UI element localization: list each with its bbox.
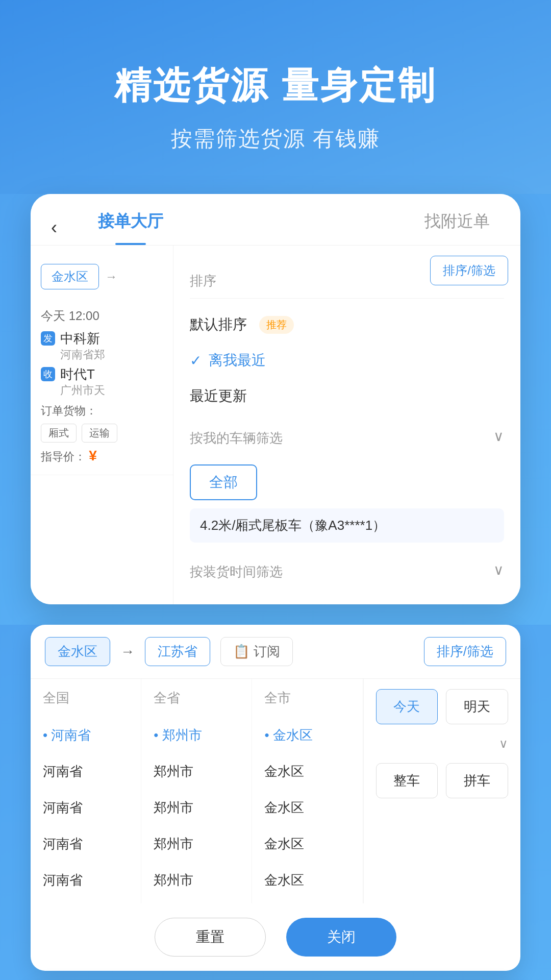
city-item-1[interactable]: 郑州市 bbox=[141, 753, 252, 790]
tab-accept-orders[interactable]: 接单大厅 bbox=[88, 210, 173, 245]
city-column: 全省 郑州市 郑州市 郑州市 郑州市 郑州市 bbox=[141, 679, 252, 903]
action-buttons: 重置 关闭 bbox=[31, 903, 520, 971]
tag-row: 金水区 → bbox=[31, 256, 173, 298]
province-item-1[interactable]: 河南省 bbox=[31, 753, 141, 790]
subscribe-icon: 📋 bbox=[233, 644, 249, 659]
city-header: 全省 bbox=[141, 679, 252, 717]
vehicle-filter-row: 按我的车辆筛选 ∨ bbox=[190, 414, 504, 458]
location-tag[interactable]: 金水区 bbox=[41, 264, 99, 289]
close-button[interactable]: 关闭 bbox=[286, 918, 396, 957]
check-icon: ✓ bbox=[190, 352, 202, 369]
order-from: 发 中科新 河南省郑 bbox=[41, 330, 163, 362]
district-item-2[interactable]: 金水区 bbox=[252, 790, 362, 826]
from-dot: 发 bbox=[41, 331, 55, 346]
hero-title: 精选货源 量身定制 bbox=[31, 61, 520, 110]
chevron-car-icon: ∨ bbox=[499, 737, 508, 751]
to-dot: 收 bbox=[41, 367, 55, 381]
car-type-buttons: 整车 拼车 bbox=[376, 763, 508, 798]
order-price: 指导价： ¥ bbox=[41, 448, 163, 464]
tomorrow-button[interactable]: 明天 bbox=[446, 689, 508, 724]
bottom-overlay: 金水区 → 江苏省 📋 订阅 排序/筛选 全国 河南省 河南省 河南省 河南省 … bbox=[0, 625, 551, 980]
filter-arrow-icon: → bbox=[120, 644, 135, 660]
to-name: 时代T bbox=[60, 366, 105, 383]
order-item: 今天 12:00 发 中科新 河南省郑 收 时代T 广州市天 bbox=[31, 298, 173, 475]
sort-option-default-label: 默认排序 bbox=[190, 315, 247, 334]
right-filters: 今天 明天 ∨ 整车 拼车 bbox=[363, 679, 520, 903]
back-button[interactable]: ‹ bbox=[51, 218, 57, 237]
vehicle-option[interactable]: 4.2米/厢式尾板车（豫A3****1） bbox=[190, 508, 504, 543]
chevron-down-icon: ∨ bbox=[493, 428, 504, 445]
city-item-4[interactable]: 郑州市 bbox=[141, 862, 252, 898]
province-header: 全国 bbox=[31, 679, 141, 717]
city-item-2[interactable]: 郑州市 bbox=[141, 790, 252, 826]
phone-area: ‹ 接单大厅 找附近单 金水区 → 今天 12:00 发 中科新 bbox=[0, 194, 551, 625]
from-name: 中科新 bbox=[60, 330, 105, 348]
subscribe-label: 订阅 bbox=[254, 643, 280, 660]
sort-option-default[interactable]: 默认排序 推荐 bbox=[190, 307, 504, 342]
recommend-badge: 推荐 bbox=[259, 316, 294, 334]
car-filter-row: ∨ bbox=[376, 732, 508, 755]
province-filter-tag[interactable]: 江苏省 bbox=[145, 637, 210, 666]
sort-option-nearest-label: 离我最近 bbox=[209, 351, 266, 370]
hero-subtitle: 按需筛选货源 有钱赚 bbox=[31, 125, 520, 153]
tab-bar: ‹ 接单大厅 找附近单 bbox=[31, 194, 520, 246]
subscribe-button[interactable]: 📋 订阅 bbox=[220, 637, 293, 666]
columns-area: 全国 河南省 河南省 河南省 河南省 河南省 全省 郑州市 郑州市 郑州市 郑州… bbox=[31, 679, 520, 903]
order-tags: 厢式 运输 bbox=[41, 424, 163, 443]
province-item-4[interactable]: 河南省 bbox=[31, 862, 141, 898]
from-addr: 河南省郑 bbox=[60, 348, 105, 362]
order-goods: 订单货物： bbox=[41, 403, 163, 419]
chevron-time-icon: ∨ bbox=[493, 561, 504, 578]
today-button[interactable]: 今天 bbox=[376, 689, 438, 724]
order-tag-type: 厢式 bbox=[41, 424, 77, 443]
province-column: 全国 河南省 河南省 河南省 河南省 河南省 bbox=[31, 679, 141, 903]
sort-button-bar[interactable]: 排序/筛选 bbox=[424, 637, 506, 666]
order-time: 今天 12:00 bbox=[41, 308, 163, 324]
order-tag-service: 运输 bbox=[82, 424, 117, 443]
province-item-2[interactable]: 河南省 bbox=[31, 790, 141, 826]
sort-option-recent-label: 最近更新 bbox=[190, 386, 247, 406]
district-item-3[interactable]: 金水区 bbox=[252, 826, 362, 862]
sort-option-nearest[interactable]: ✓ 离我最近 bbox=[190, 342, 504, 378]
district-item-4[interactable]: 金水区 bbox=[252, 862, 362, 898]
filter-bar: 金水区 → 江苏省 📋 订阅 排序/筛选 bbox=[31, 625, 520, 679]
reset-button[interactable]: 重置 bbox=[155, 918, 266, 957]
divider-sort bbox=[190, 298, 504, 299]
location-panel: 金水区 → 江苏省 📋 订阅 排序/筛选 全国 河南省 河南省 河南省 河南省 … bbox=[31, 625, 520, 971]
location-filter-tag[interactable]: 金水区 bbox=[45, 637, 110, 666]
shared-car-button[interactable]: 拼车 bbox=[446, 763, 508, 798]
sort-filter-button[interactable]: 排序/筛选 bbox=[430, 256, 508, 285]
sort-option-recent[interactable]: 最近更新 bbox=[190, 378, 504, 414]
whole-car-button[interactable]: 整车 bbox=[376, 763, 438, 798]
district-item-1[interactable]: 金水区 bbox=[252, 753, 362, 790]
card-content: 金水区 → 今天 12:00 发 中科新 河南省郑 收 bbox=[31, 246, 520, 604]
hero-section: 精选货源 量身定制 按需筛选货源 有钱赚 bbox=[0, 0, 551, 194]
order-to: 收 时代T 广州市天 bbox=[41, 366, 163, 398]
vehicle-section: 全部 4.2米/厢式尾板车（豫A3****1） bbox=[190, 464, 504, 543]
tab-nearby-orders[interactable]: 找附近单 bbox=[414, 210, 500, 245]
province-item-3[interactable]: 河南省 bbox=[31, 826, 141, 862]
all-vehicles-button[interactable]: 全部 bbox=[190, 464, 257, 500]
arrow-icon: → bbox=[105, 270, 117, 284]
time-filter-label: 按装货时间筛选 bbox=[190, 563, 283, 581]
vehicle-filter-label: 按我的车辆筛选 bbox=[190, 429, 283, 447]
city-item-0[interactable]: 郑州市 bbox=[141, 717, 252, 753]
district-item-0[interactable]: 金水区 bbox=[252, 717, 362, 753]
district-column: 全市 金水区 金水区 金水区 金水区 金水区 bbox=[252, 679, 363, 903]
main-card: ‹ 接单大厅 找附近单 金水区 → 今天 12:00 发 中科新 bbox=[31, 194, 520, 604]
city-item-3[interactable]: 郑州市 bbox=[141, 826, 252, 862]
time-buttons: 今天 明天 bbox=[376, 689, 508, 724]
province-item-0[interactable]: 河南省 bbox=[31, 717, 141, 753]
filter-sort-panel: 排序/筛选 排序 默认排序 推荐 ✓ 离我最近 最近更新 按我的车辆筛选 bbox=[173, 246, 520, 604]
district-header: 全市 bbox=[252, 679, 362, 717]
time-filter-row: 按装货时间筛选 ∨ bbox=[190, 548, 504, 592]
order-list-panel: 金水区 → 今天 12:00 发 中科新 河南省郑 收 bbox=[31, 246, 173, 604]
to-addr: 广州市天 bbox=[60, 383, 105, 398]
